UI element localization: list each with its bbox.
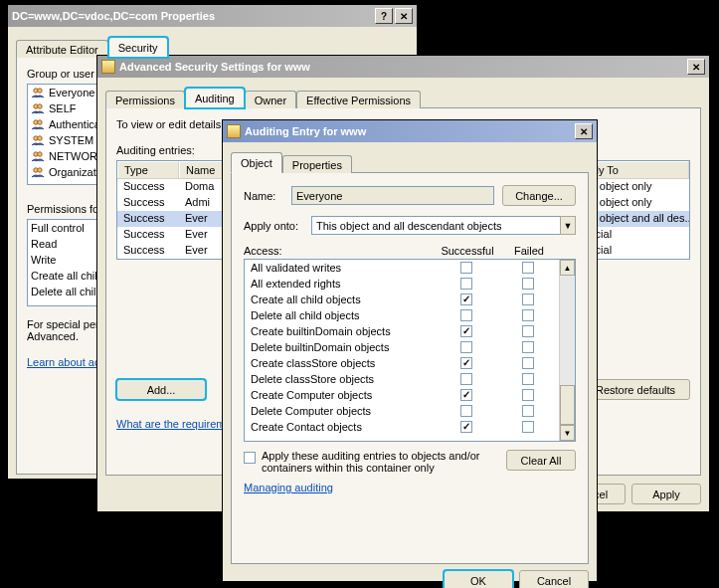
failed-checkbox[interactable] xyxy=(522,405,534,417)
tabs: Object Properties xyxy=(231,150,589,172)
tab-permissions[interactable]: Permissions xyxy=(105,91,185,108)
scroll-down-icon[interactable]: ▼ xyxy=(560,425,575,441)
access-grid[interactable]: All validated writesAll extended rightsC… xyxy=(244,259,576,442)
failed-checkbox[interactable] xyxy=(522,294,534,305)
failed-checkbox[interactable] xyxy=(522,325,534,337)
access-row: Delete Computer objects xyxy=(245,403,559,419)
title-text: DC=www,DC=vdoc,DC=com Properties xyxy=(12,10,373,22)
access-name: Create all child objects xyxy=(245,294,436,305)
access-name: All validated writes xyxy=(245,262,436,274)
access-row: Create classStore objects xyxy=(245,355,559,371)
titlebar[interactable]: Auditing Entry for www ✕ xyxy=(223,120,597,142)
access-name: Delete classStore objects xyxy=(245,373,436,385)
auditing-entry-window: Auditing Entry for www ✕ Object Properti… xyxy=(222,119,598,582)
failed-checkbox[interactable] xyxy=(522,262,534,274)
ok-button[interactable]: OK xyxy=(444,570,513,588)
successful-checkbox[interactable] xyxy=(460,389,472,401)
access-row: Delete builtinDomain objects xyxy=(245,339,559,355)
successful-checkbox[interactable] xyxy=(460,373,472,385)
successful-checkbox[interactable] xyxy=(460,325,472,337)
tab-owner[interactable]: Owner xyxy=(245,91,296,108)
managing-auditing-link[interactable]: Managing auditing xyxy=(244,482,333,493)
col-failed: Failed xyxy=(498,245,560,257)
name-field xyxy=(291,186,494,205)
tab-attribute-editor[interactable]: Attribute Editor xyxy=(16,40,108,58)
close-button[interactable]: ✕ xyxy=(687,59,705,75)
svg-point-3 xyxy=(38,104,42,108)
apply-entries-checkbox[interactable] xyxy=(244,452,256,464)
access-row: Create Contact objects xyxy=(245,419,559,435)
cell-type: Success xyxy=(117,179,179,195)
failed-checkbox[interactable] xyxy=(522,357,534,369)
failed-checkbox[interactable] xyxy=(522,421,534,433)
successful-checkbox[interactable] xyxy=(460,262,472,274)
access-name: Create builtinDomain objects xyxy=(245,325,436,337)
failed-checkbox[interactable] xyxy=(522,373,534,385)
access-name: Delete builtinDomain objects xyxy=(245,341,436,353)
access-label: Access: xyxy=(244,245,437,257)
svg-point-1 xyxy=(38,89,42,93)
successful-checkbox[interactable] xyxy=(460,294,472,305)
group-icon xyxy=(31,117,45,131)
group-icon xyxy=(31,165,45,179)
change-button[interactable]: Change... xyxy=(502,185,576,206)
list-item-label: Read xyxy=(31,238,57,250)
group-icon xyxy=(31,149,45,163)
apply-onto-select[interactable]: ▼ xyxy=(311,216,576,235)
successful-checkbox[interactable] xyxy=(460,405,472,417)
access-row: Create builtinDomain objects xyxy=(245,323,559,339)
successful-checkbox[interactable] xyxy=(460,341,472,353)
group-icon xyxy=(31,101,45,115)
help-button[interactable]: ? xyxy=(375,8,393,24)
tab-effective-permissions[interactable]: Effective Permissions xyxy=(296,91,421,108)
failed-checkbox[interactable] xyxy=(522,309,534,321)
failed-checkbox[interactable] xyxy=(522,389,534,401)
title-text: Advanced Security Settings for www xyxy=(119,61,685,73)
close-button[interactable]: ✕ xyxy=(575,123,593,139)
apply-onto-value[interactable] xyxy=(311,216,560,235)
access-row: All validated writes xyxy=(245,260,559,276)
cancel-button[interactable]: Cancel xyxy=(519,570,589,588)
access-row: All extended rights xyxy=(245,276,559,292)
tabs: Attribute Editor Security xyxy=(16,35,409,57)
tab-properties[interactable]: Properties xyxy=(282,155,352,173)
titlebar[interactable]: Advanced Security Settings for www ✕ xyxy=(97,56,709,78)
svg-point-11 xyxy=(38,168,42,172)
access-name: Delete Computer objects xyxy=(245,405,436,417)
cell-type: Success xyxy=(117,243,179,259)
successful-checkbox[interactable] xyxy=(460,421,472,433)
titlebar[interactable]: DC=www,DC=vdoc,DC=com Properties ? ✕ xyxy=(8,5,417,27)
access-row: Delete all child objects xyxy=(245,307,559,323)
close-button[interactable]: ✕ xyxy=(395,8,413,24)
cell-type: Success xyxy=(117,211,179,227)
clear-all-button[interactable]: Clear All xyxy=(506,450,576,471)
failed-checkbox[interactable] xyxy=(522,341,534,353)
access-row: Create all child objects xyxy=(245,292,559,307)
tab-auditing[interactable]: Auditing xyxy=(185,88,245,108)
svg-point-5 xyxy=(38,120,42,124)
access-name: All extended rights xyxy=(245,278,436,290)
scroll-up-icon[interactable]: ▲ xyxy=(560,260,575,276)
chevron-down-icon[interactable]: ▼ xyxy=(560,216,576,235)
list-item-label: Everyone xyxy=(49,87,94,98)
access-name: Delete all child objects xyxy=(245,309,436,321)
name-label: Name: xyxy=(244,190,283,202)
svg-point-9 xyxy=(38,152,42,156)
apply-button[interactable]: Apply xyxy=(631,484,701,504)
group-icon xyxy=(31,133,45,147)
svg-point-7 xyxy=(38,136,42,140)
failed-checkbox[interactable] xyxy=(522,278,534,290)
add-button[interactable]: Add... xyxy=(116,379,206,400)
scroll-thumb[interactable] xyxy=(560,385,575,425)
successful-checkbox[interactable] xyxy=(460,278,472,290)
tab-object[interactable]: Object xyxy=(231,152,282,173)
access-name: Create Computer objects xyxy=(245,389,436,401)
apply-onto-label: Apply onto: xyxy=(244,220,305,232)
cell-type: Success xyxy=(117,227,179,243)
apply-entries-label: Apply these auditing entries to objects … xyxy=(262,450,500,474)
scrollbar[interactable]: ▲ ▼ xyxy=(559,260,575,441)
col-type[interactable]: Type xyxy=(117,161,179,178)
successful-checkbox[interactable] xyxy=(460,309,472,321)
tab-security[interactable]: Security xyxy=(108,37,168,58)
successful-checkbox[interactable] xyxy=(460,357,472,369)
